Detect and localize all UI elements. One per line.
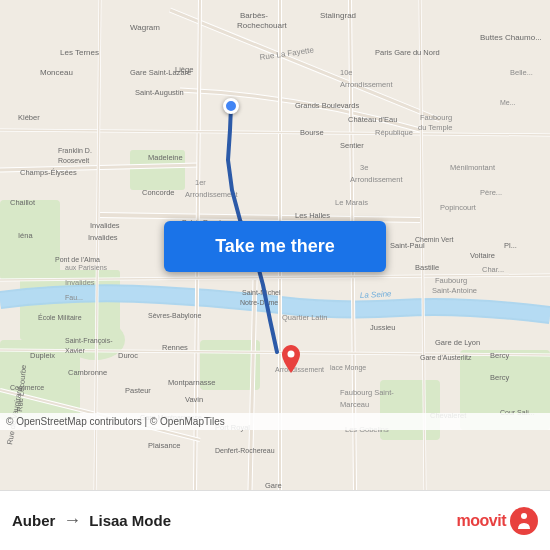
svg-text:Pont de l'Alma: Pont de l'Alma [55,256,100,263]
svg-text:Roosevelt: Roosevelt [58,157,89,164]
moovit-logo: moovit [457,507,538,535]
svg-text:Arrondissement: Arrondissement [340,80,393,89]
svg-point-128 [510,507,538,535]
svg-text:Kléber: Kléber [18,113,40,122]
svg-text:Invalides: Invalides [65,278,95,287]
svg-text:Pasteur: Pasteur [125,386,151,395]
svg-text:Xavier: Xavier [65,347,86,354]
svg-text:Chemin Vert: Chemin Vert [415,236,454,243]
svg-text:du Temple: du Temple [418,123,452,132]
svg-text:lace Monge: lace Monge [330,364,366,372]
svg-point-127 [288,351,295,358]
svg-text:Père...: Père... [480,188,502,197]
svg-text:Rochechouart: Rochechouart [237,21,288,30]
svg-text:Faubourg: Faubourg [435,276,467,285]
svg-text:Wagram: Wagram [130,23,160,32]
svg-text:École Militaire: École Militaire [38,313,82,321]
svg-text:Gare d'Austerlitz: Gare d'Austerlitz [420,354,472,361]
svg-text:Arrondissement: Arrondissement [185,190,238,199]
svg-text:Barbès-: Barbès- [240,11,268,20]
svg-text:3e: 3e [360,163,368,172]
svg-text:Duroc: Duroc [118,351,138,360]
svg-text:Dupleix: Dupleix [30,351,55,360]
svg-text:Le Marais: Le Marais [335,198,368,207]
svg-text:Faubourg: Faubourg [420,113,452,122]
start-location-dot [223,98,239,114]
footer-arrow-icon: → [63,510,81,531]
svg-text:Les Halles: Les Halles [295,211,330,220]
svg-text:Les Ternes: Les Ternes [60,48,99,57]
svg-text:Buttes Chaumo...: Buttes Chaumo... [480,33,542,42]
footer: Auber → Lisaa Mode moovit [0,490,550,550]
svg-rect-2 [0,200,60,280]
svg-text:Madeleine: Madeleine [148,153,183,162]
svg-text:Belle...: Belle... [510,68,533,77]
svg-point-129 [521,513,527,519]
svg-text:1er: 1er [195,178,206,187]
moovit-icon [510,507,538,535]
svg-text:aux Parisiens: aux Parisiens [65,264,108,271]
destination-pin [280,345,302,373]
svg-text:Faubourg Saint-: Faubourg Saint- [340,388,394,397]
svg-text:Monceau: Monceau [40,68,73,77]
footer-to-label: Lisaa Mode [89,512,171,529]
svg-text:Bourse: Bourse [300,128,324,137]
svg-text:Bastille: Bastille [415,263,439,272]
svg-text:Plaisance: Plaisance [148,441,181,450]
svg-text:République: République [375,128,413,137]
svg-text:Champs-Élysées: Champs-Élysées [20,168,77,177]
svg-text:Stalingrad: Stalingrad [320,11,356,20]
svg-text:Pl...: Pl... [504,241,517,250]
svg-text:Saint-Augustin: Saint-Augustin [135,88,184,97]
svg-text:Bercy: Bercy [490,373,509,382]
svg-text:Paris Gare du Nord: Paris Gare du Nord [375,48,440,57]
svg-text:Gare: Gare [265,481,282,490]
svg-text:Fau...: Fau... [65,294,83,301]
footer-from-label: Auber [12,512,55,529]
svg-text:Saint-Antoine: Saint-Antoine [432,286,477,295]
svg-text:Marceau: Marceau [340,400,369,409]
svg-text:Concorde: Concorde [142,188,175,197]
svg-text:Saint-François-: Saint-François- [65,337,113,345]
svg-text:Bercy: Bercy [490,351,509,360]
svg-text:Popincourt: Popincourt [440,203,477,212]
svg-text:Voltaire: Voltaire [470,251,495,260]
moovit-text: moovit [457,512,506,530]
svg-text:Chaillot: Chaillot [10,198,36,207]
svg-text:Jussieu: Jussieu [370,323,395,332]
svg-text:10e: 10e [340,68,353,77]
svg-text:Saint-Michel: Saint-Michel [242,289,281,296]
svg-text:Me...: Me... [500,99,516,106]
svg-text:Sentier: Sentier [340,141,364,150]
svg-text:Château d'Eau: Château d'Eau [348,115,397,124]
svg-text:Cambronne: Cambronne [68,368,107,377]
svg-text:Quartier Latin: Quartier Latin [282,313,327,322]
svg-text:Char...: Char... [482,265,504,274]
svg-text:Franklin D.: Franklin D. [58,147,92,154]
svg-text:Montparnasse: Montparnasse [168,378,216,387]
svg-text:Grands Boulevards: Grands Boulevards [295,101,359,110]
copyright-bar: © OpenStreetMap contributors | © OpenMap… [0,413,550,430]
svg-text:Rennes: Rennes [162,343,188,352]
svg-text:La Seine: La Seine [360,289,393,300]
svg-text:Invalides: Invalides [90,221,120,230]
svg-text:Ménilmontant: Ménilmontant [450,163,496,172]
svg-text:Denfert-Rochereau: Denfert-Rochereau [215,447,275,454]
svg-text:Invalides: Invalides [88,233,118,242]
map-container: Stalingrad Barbès- Rochechouart Wagram B… [0,0,550,490]
svg-text:Gare de Lyon: Gare de Lyon [435,338,480,347]
svg-text:Vavin: Vavin [185,395,203,404]
take-me-there-button[interactable]: Take me there [164,221,386,272]
svg-text:Sèvres-Babylone: Sèvres-Babylone [148,312,201,320]
svg-text:Liège: Liège [175,65,193,74]
copyright-text: © OpenStreetMap contributors | © OpenMap… [6,416,225,427]
svg-text:Iéna: Iéna [18,231,33,240]
svg-text:Notre-Dame: Notre-Dame [240,299,278,306]
svg-text:Arrondissement: Arrondissement [350,175,403,184]
